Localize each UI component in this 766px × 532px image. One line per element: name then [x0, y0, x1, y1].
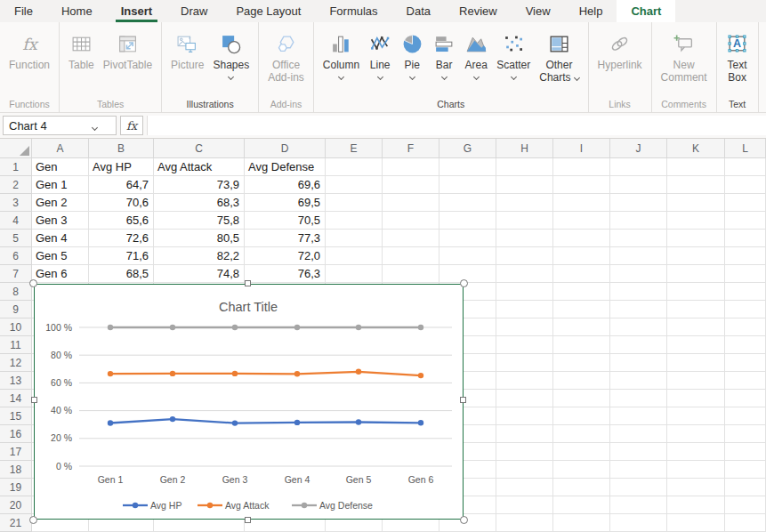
row-header-4[interactable]: 4	[0, 212, 32, 230]
cell-C2[interactable]: 73,9	[154, 176, 245, 194]
cell-L1[interactable]	[725, 158, 766, 176]
cell-J4[interactable]	[610, 212, 667, 230]
cell-J1[interactable]	[610, 158, 667, 176]
cell-I4[interactable]	[553, 212, 610, 230]
menu-tab-data[interactable]: Data	[392, 0, 445, 22]
cell-K12[interactable]	[667, 354, 725, 372]
cell-H14[interactable]	[496, 390, 553, 407]
chart-resize-handle-ne[interactable]	[460, 279, 468, 287]
row-header-11[interactable]: 11	[0, 336, 32, 354]
cell-K18[interactable]	[667, 461, 725, 479]
cell-H20[interactable]	[496, 496, 553, 514]
cell-J15[interactable]	[610, 407, 667, 425]
chart-resize-handle-s[interactable]	[245, 517, 251, 523]
menu-tab-formulas[interactable]: Formulas	[315, 0, 391, 22]
row-header-13[interactable]: 13	[0, 372, 32, 390]
cell-B5[interactable]: 72,6	[89, 230, 154, 247]
menu-tab-file[interactable]: File	[0, 0, 47, 22]
cell-I19[interactable]	[553, 479, 610, 496]
row-header-6[interactable]: 6	[0, 247, 32, 265]
row-header-7[interactable]: 7	[0, 265, 32, 283]
insert-function-button[interactable]: fx	[120, 116, 143, 135]
cell-H3[interactable]	[496, 194, 553, 212]
cell-K15[interactable]	[667, 407, 725, 425]
cell-H17[interactable]	[496, 443, 553, 461]
cell-I21[interactable]	[553, 514, 610, 532]
cell-A2[interactable]: Gen 1	[32, 176, 89, 194]
cell-G3[interactable]	[439, 194, 496, 212]
chart-resize-handle-nw[interactable]	[29, 279, 37, 287]
cell-J14[interactable]	[610, 390, 667, 407]
area-button[interactable]: Area	[460, 22, 492, 79]
cell-E1[interactable]	[326, 158, 383, 176]
row-header-10[interactable]: 10	[0, 318, 32, 336]
cell-E3[interactable]	[326, 194, 383, 212]
cell-K7[interactable]	[667, 265, 725, 283]
cell-H6[interactable]	[496, 247, 553, 265]
cell-G2[interactable]	[439, 176, 496, 194]
row-header-20[interactable]: 20	[0, 496, 32, 514]
cell-J21[interactable]	[610, 514, 667, 532]
col-header-C[interactable]: C	[154, 139, 245, 158]
cell-F1[interactable]	[383, 158, 439, 176]
name-box-input[interactable]	[4, 119, 93, 133]
cell-H11[interactable]	[496, 336, 553, 354]
chart-resize-handle-se[interactable]	[460, 516, 468, 524]
cell-L2[interactable]	[725, 176, 766, 194]
cell-J12[interactable]	[610, 354, 667, 372]
row-header-16[interactable]: 16	[0, 425, 32, 443]
cell-K14[interactable]	[667, 390, 725, 407]
cell-L21[interactable]	[725, 514, 766, 532]
col-header-B[interactable]: B	[89, 139, 154, 158]
cell-H10[interactable]	[496, 318, 553, 336]
other-charts-button[interactable]: OtherCharts	[535, 22, 583, 84]
col-header-K[interactable]: K	[667, 139, 725, 158]
cell-J13[interactable]	[610, 372, 667, 390]
col-header-E[interactable]: E	[326, 139, 383, 158]
cell-G4[interactable]	[439, 212, 496, 230]
col-header-I[interactable]: I	[553, 139, 610, 158]
cell-H4[interactable]	[496, 212, 553, 230]
row-header-14[interactable]: 14	[0, 390, 32, 407]
line-chevron-down-icon[interactable]	[377, 74, 383, 80]
cell-H15[interactable]	[496, 407, 553, 425]
row-header-1[interactable]: 1	[0, 158, 32, 176]
cell-F2[interactable]	[383, 176, 439, 194]
cell-H18[interactable]	[496, 461, 553, 479]
col-header-L[interactable]: L	[725, 139, 766, 158]
cell-C6[interactable]: 82,2	[154, 247, 245, 265]
cell-F4[interactable]	[383, 212, 439, 230]
chart-resize-handle-sw[interactable]	[29, 516, 37, 524]
cell-E2[interactable]	[326, 176, 383, 194]
col-header-F[interactable]: F	[383, 139, 439, 158]
cell-K1[interactable]	[667, 158, 725, 176]
cell-F5[interactable]	[383, 230, 439, 247]
cell-K21[interactable]	[667, 514, 725, 532]
cell-I8[interactable]	[553, 283, 610, 301]
chart-resize-handle-n[interactable]	[245, 280, 251, 286]
row-header-2[interactable]: 2	[0, 176, 32, 194]
cell-K6[interactable]	[667, 247, 725, 265]
cell-E4[interactable]	[326, 212, 383, 230]
row-header-15[interactable]: 15	[0, 407, 32, 425]
cell-F7[interactable]	[383, 265, 439, 283]
cell-L8[interactable]	[725, 283, 766, 301]
row-header-21[interactable]: 21	[0, 514, 32, 532]
cell-K13[interactable]	[667, 372, 725, 390]
menu-tab-review[interactable]: Review	[445, 0, 512, 22]
scatter-chevron-down-icon[interactable]	[511, 74, 517, 80]
cell-L6[interactable]	[725, 247, 766, 265]
cell-K10[interactable]	[667, 318, 725, 336]
cell-I16[interactable]	[553, 425, 610, 443]
cell-F6[interactable]	[383, 247, 439, 265]
cell-C4[interactable]: 75,8	[154, 212, 245, 230]
cell-J9[interactable]	[610, 301, 667, 318]
cell-A3[interactable]: Gen 2	[32, 194, 89, 212]
cell-A1[interactable]: Gen	[32, 158, 89, 176]
cell-F3[interactable]	[383, 194, 439, 212]
cell-K4[interactable]	[667, 212, 725, 230]
cell-D3[interactable]: 69,5	[245, 194, 326, 212]
cell-L12[interactable]	[725, 354, 766, 372]
bar-chevron-down-icon[interactable]	[441, 74, 448, 80]
col-header-J[interactable]: J	[610, 139, 667, 158]
